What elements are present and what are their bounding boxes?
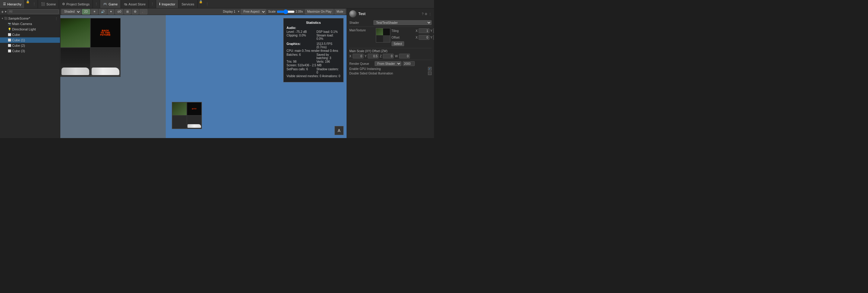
tab-project-settings[interactable]: ⚙ Project Settings [59,0,93,8]
stats-fps: 1513.5 FPS (0.7ms) [316,42,340,49]
watermark: A [335,126,344,135]
scene-options-btn[interactable]: ⋮ [54,16,59,21]
hierarchy-panel: + ▼ ▼ ⬛ SampleScene* ⋮ 📷 Main Camera [0,8,60,138]
tab-services[interactable]: Services [179,0,197,8]
texture-thumbnail[interactable] [376,28,390,42]
view-area: Shaded 2D ☀ 🔊 ✦ ⊘0 ⊞ ⚙ 🎥 Display 1 ▼ Fre… [60,8,347,138]
hierarchy-item-cube1[interactable]: ⬜ Cube (1) [0,37,60,43]
render-queue-row: Render Queue From Shader [349,61,432,66]
inspector-lock-icon[interactable]: 🔒 [198,0,204,8]
game-preview-thumbnails: BTTF [172,102,202,129]
project-settings-icon: ⚙ [62,2,65,6]
shading-dropdown[interactable]: Shaded [61,9,81,14]
stats-audio-row2: Clipping: 0.0% Stream load: 0.0% [287,34,340,40]
tiling-x-label: X [415,29,418,33]
double-sided-checkbox[interactable] [428,71,432,75]
stats-graphics-section: Graphics: 1513.5 FPS (0.7ms) CPU: main 0… [287,42,340,78]
stats-skinned: Visible skinned meshes: 0 Animations: 0 [287,75,340,78]
services-tab-label: Services [181,2,194,6]
maximize-btn[interactable]: Maximize On Play [305,9,334,14]
scale-z-field[interactable] [383,54,394,58]
display-arrow[interactable]: ▼ [238,10,240,13]
gpu-instancing-checkbox[interactable]: ✓ [428,67,432,70]
hierarchy-lock-icon[interactable]: 🔒 [25,0,31,8]
texture-mini-bl [376,35,383,42]
game-menu-btn[interactable]: ⋮ [149,0,156,8]
display-label: Display 1 [223,10,236,13]
stats-screen: Screen: 510x436 - 2.5 MB [287,64,340,67]
fx-btn[interactable]: ✦ [107,9,114,14]
scale-y-field[interactable] [368,54,378,58]
shader-label: Shader [349,21,373,24]
settings-btn[interactable]: ⚙ [132,9,138,14]
game-tab-label: Game [108,2,118,6]
hierarchy-item-cube2[interactable]: ⬜ Cube (2) [0,43,60,48]
cam-btn[interactable]: 🎥 [140,9,147,14]
hierarchy-item-main-camera[interactable]: 📷 Main Camera [0,21,60,27]
aspect-dropdown[interactable]: Free Aspect [241,9,266,14]
inspector-settings-icon[interactable]: ⚙ [425,12,427,16]
tab-asset-store[interactable]: 🛍 Asset Store [121,0,149,8]
material-ball-icon [349,10,356,18]
texture-content: Tiling X Y Offset X [376,28,434,46]
scale-x-field[interactable] [352,54,364,58]
tab-hierarchy[interactable]: ☰ Hierarchy [0,0,25,8]
inspector-menu-btn[interactable]: ⋮ [204,0,211,8]
lighting-btn[interactable]: ☀ [91,9,98,14]
texture-mini-tr [383,28,390,35]
tab-inspector[interactable]: ℹ Inspector [156,0,179,8]
hierarchy-menu-btn[interactable]: ⋮ [31,0,38,8]
scene-arrow-icon: ▼ [1,17,4,20]
tab-game[interactable]: 🎮 Game [100,0,121,8]
offset-x-field[interactable] [418,35,430,40]
offset-row: Offset X Y [392,35,434,40]
offset-y-field[interactable] [433,35,434,40]
inspector-divider-3 [349,60,432,60]
hierarchy-search[interactable] [7,9,59,14]
no-icon-btn[interactable]: ⊘0 [115,9,124,14]
tiling-x-field[interactable] [418,28,430,33]
texture-mini-grid [376,28,390,42]
inspector-panel: Test ? ⚙ ⋮ Shader Test/TestShader [347,8,434,138]
mute-btn[interactable]: Mute [335,9,345,14]
cube3-icon: ⬜ [8,50,11,53]
hierarchy-tab-label: Hierarchy [7,2,22,6]
stats-audio-row1: Level: -75.2 dB DSP load: 0.1% [287,30,340,33]
hierarchy-item-cube[interactable]: ⬜ Cube [0,32,60,37]
inspector-question-icon[interactable]: ? [422,12,424,16]
stats-graphics-row0: Graphics: 1513.5 FPS (0.7ms) [287,42,340,49]
render-queue-dropdown[interactable]: From Shader [375,61,401,66]
stats-cpu: CPU: main 0.7ms render thread 0.4ms [287,49,340,53]
gizmos-btn[interactable]: ⊞ [124,9,131,14]
inspector-info-icon: ℹ [159,2,160,6]
scale-slider[interactable] [277,10,295,13]
stats-batch-row: Batches: 6 Saved by batching: 3 [287,53,340,60]
main-layout: + ▼ ▼ ⬛ SampleScene* ⋮ 📷 Main Camera [0,8,434,138]
audio-btn[interactable]: 🔊 [99,9,107,14]
shader-dropdown[interactable]: Test/TestShader [373,20,432,25]
hierarchy-item-cube3[interactable]: ⬜ Cube (3) [0,48,60,54]
2d-btn[interactable]: 2D [82,9,90,14]
add-btn[interactable]: + [1,9,4,14]
tab-scene[interactable]: ⬛ Scene [38,0,59,8]
inspector-title-row: Test ? ⚙ ⋮ [349,10,432,18]
scene-menu-btn[interactable]: ⋮ [93,0,100,8]
inspector-more-icon[interactable]: ⋮ [429,12,432,16]
hierarchy-item-scene[interactable]: ▼ ⬛ SampleScene* ⋮ [0,16,60,21]
scale-w-field[interactable] [399,54,410,58]
inspector-divider-1 [349,27,432,27]
preview-tr: BTTF [187,102,202,115]
light-label: Directional Light [12,27,36,31]
render-queue-num[interactable] [403,61,415,66]
tiling-y-field[interactable] [433,28,434,33]
hierarchy-content: ▼ ⬛ SampleScene* ⋮ 📷 Main Camera 💡 Direc… [0,15,60,138]
select-texture-btn[interactable]: Select [392,41,404,46]
double-sided-row: Double Sided Global Illumination [349,71,432,75]
add-arrow[interactable]: ▼ [4,10,7,13]
hierarchy-item-light[interactable]: 💡 Directional Light [0,27,60,32]
double-sided-label: Double Sided Global Illumination [349,72,426,75]
light-icon: 💡 [8,28,11,31]
scene-tab-icon: ⬛ [41,2,45,6]
main-scale-section: Main Scale (XY) Offset (ZW) X Y Z W [349,50,432,58]
stats-audio-section: Audio: Level: -75.2 dB DSP load: 0.1% Cl… [287,26,340,40]
